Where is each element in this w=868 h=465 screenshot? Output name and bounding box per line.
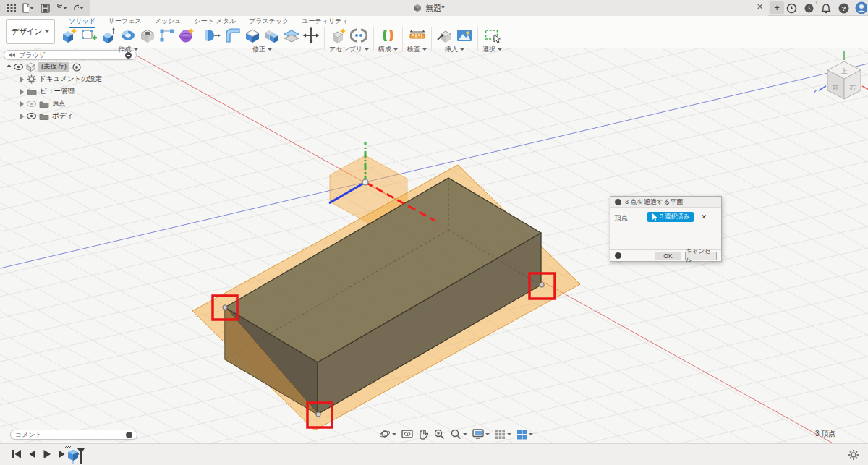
- joint-icon[interactable]: [350, 27, 367, 44]
- group-configure: 構成: [378, 25, 398, 54]
- timeline-play-button[interactable]: [43, 449, 51, 459]
- press-pull-icon[interactable]: [205, 27, 222, 44]
- configure-dropdown[interactable]: 構成: [378, 45, 398, 54]
- inspect-dropdown[interactable]: 検査: [407, 45, 427, 54]
- visibility-eye-icon[interactable]: [27, 113, 36, 119]
- svg-text:右: 右: [849, 84, 856, 91]
- select-dropdown[interactable]: 選択: [482, 45, 502, 54]
- grid-settings[interactable]: [495, 429, 511, 440]
- canvas-image-icon[interactable]: [456, 27, 473, 44]
- viewport-canvas[interactable]: 上 前 右 Y Z X: [0, 0, 868, 465]
- document-tab[interactable]: 無題*: [90, 0, 768, 16]
- shell-icon[interactable]: [244, 27, 261, 44]
- timeline-feature-box[interactable]: [62, 445, 91, 465]
- info-icon[interactable]: [615, 252, 621, 259]
- cancel-button[interactable]: キャンセル: [685, 252, 717, 260]
- extrude-icon[interactable]: [100, 27, 117, 44]
- recent-files-icon[interactable]: 1: [803, 2, 814, 14]
- timeline-go-to-start-button[interactable]: [12, 449, 22, 459]
- assemble-dropdown[interactable]: アセンブリ: [329, 45, 369, 54]
- plane-through-three-points-dialog: 3 点を通過する平面 頂点 3 選択済み ✕ OK キャンセル: [610, 196, 722, 262]
- orbit-tool[interactable]: [379, 428, 396, 440]
- configure-icon[interactable]: [380, 27, 397, 44]
- document-name[interactable]: (未保存): [38, 62, 69, 72]
- help-icon[interactable]: ?: [838, 2, 849, 14]
- collapse-browser-icon[interactable]: [9, 53, 15, 57]
- vertex-field-label: 頂点: [615, 213, 628, 223]
- selection-chip[interactable]: 3 選択済み: [647, 212, 694, 222]
- group-create: 作成: [61, 25, 195, 54]
- app-grid-icon[interactable]: [6, 2, 17, 14]
- comments-panel-menu-icon[interactable]: [126, 432, 132, 438]
- user-avatar[interactable]: [855, 2, 867, 14]
- zoom-window-tool[interactable]: [450, 428, 467, 440]
- redo-icon[interactable]: [72, 2, 84, 14]
- quick-access-toolbar: [0, 0, 90, 16]
- form-icon[interactable]: [178, 27, 195, 44]
- pattern-icon[interactable]: [158, 27, 176, 44]
- comments-panel-header[interactable]: コメント: [10, 430, 137, 440]
- dialog-title-text: 3 点を通過する平面: [625, 197, 683, 207]
- document-cube-icon: [413, 4, 422, 12]
- origin-point: [362, 179, 368, 185]
- notifications-bell-icon[interactable]: [820, 2, 832, 14]
- activate-radio-icon[interactable]: [72, 63, 81, 72]
- browser-row-origin[interactable]: 原点: [7, 98, 102, 110]
- group-insert: 挿入: [436, 25, 473, 54]
- ok-button[interactable]: OK: [655, 252, 681, 260]
- group-assemble: アセンブリ: [329, 25, 369, 54]
- new-solid-icon[interactable]: [61, 27, 78, 44]
- timeline-step-back-button[interactable]: [28, 449, 36, 459]
- tab-close-icon[interactable]: ✕: [757, 2, 763, 12]
- look-at-tool[interactable]: [401, 429, 413, 439]
- combine-icon[interactable]: [263, 27, 281, 44]
- expand-arrow-icon[interactable]: [20, 114, 24, 119]
- create-dropdown[interactable]: 作成: [119, 45, 138, 54]
- timeline-settings-gear-icon[interactable]: [848, 449, 859, 461]
- expand-arrow-icon[interactable]: [20, 77, 24, 82]
- insert-dropdown[interactable]: 挿入: [445, 45, 464, 54]
- insert-derive-icon[interactable]: [436, 27, 454, 44]
- dialog-titlebar[interactable]: 3 点を通過する平面: [610, 197, 721, 208]
- save-icon[interactable]: [39, 2, 51, 14]
- browser-row-document-settings[interactable]: ドキュメントの設定: [7, 73, 102, 85]
- visibility-eye-off-icon[interactable]: [27, 101, 36, 107]
- group-modify: 修正: [205, 25, 320, 54]
- clear-selection-icon[interactable]: ✕: [701, 213, 707, 221]
- svg-text:前: 前: [833, 84, 839, 91]
- browser-row-named-views[interactable]: ビュー管理: [7, 85, 102, 98]
- pan-tool[interactable]: [418, 429, 428, 440]
- fillet-icon[interactable]: [224, 27, 242, 44]
- select-icon[interactable]: [484, 27, 501, 44]
- dialog-grip-icon[interactable]: [615, 199, 621, 205]
- undo-icon[interactable]: [56, 2, 67, 14]
- selection-status: 3 頂点: [815, 429, 835, 439]
- zoom-tool[interactable]: [433, 428, 445, 440]
- measure-icon[interactable]: [409, 27, 426, 44]
- viewports-settings[interactable]: [516, 429, 533, 440]
- visibility-eye-icon[interactable]: [14, 64, 23, 70]
- display-settings[interactable]: [472, 429, 490, 439]
- file-menu-icon[interactable]: [22, 2, 34, 14]
- create-sketch-icon[interactable]: [80, 27, 98, 44]
- group-inspect: 検査: [407, 25, 427, 54]
- offset-face-icon[interactable]: [283, 27, 300, 44]
- modify-dropdown[interactable]: 修正: [252, 45, 272, 54]
- expand-arrow-icon[interactable]: [20, 89, 24, 95]
- ribbon-toolbar: デザイン ソリッド サーフェス メッシュ シート メタル プラスチック ユーティ…: [0, 16, 868, 48]
- tree-item-label: 原点: [52, 99, 66, 108]
- workspace-switcher[interactable]: デザイン: [6, 19, 55, 44]
- workspace-label: デザイン: [12, 27, 43, 37]
- cursor-icon: [652, 213, 658, 221]
- hole-icon[interactable]: [139, 27, 156, 44]
- new-component-icon[interactable]: [331, 27, 348, 44]
- browser-row-document[interactable]: (未保存): [7, 61, 102, 73]
- expand-arrow-icon[interactable]: [7, 64, 12, 69]
- expand-arrow-icon[interactable]: [20, 101, 24, 107]
- browser-panel-title: ブラウザ: [19, 51, 46, 60]
- browser-row-bodies[interactable]: ボディ: [7, 110, 102, 122]
- job-status-icon[interactable]: [786, 2, 797, 14]
- revolve-icon[interactable]: [119, 27, 137, 44]
- move-icon[interactable]: [302, 27, 320, 44]
- new-tab-button[interactable]: +: [770, 1, 784, 14]
